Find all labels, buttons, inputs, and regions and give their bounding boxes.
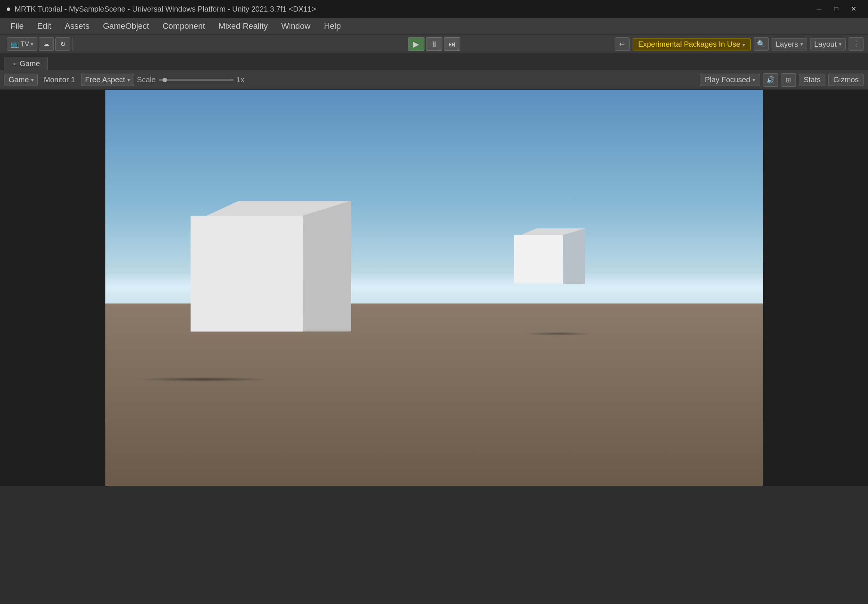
layers-chevron-icon: ▾ (800, 41, 803, 47)
layout-chevron-icon: ▾ (839, 41, 842, 47)
toolbar-right: ↩ Experimental Packages In Use ▾ 🔍 Layer… (615, 37, 863, 51)
cloud-button[interactable]: ☁ (39, 37, 54, 51)
undo-history-button[interactable]: ↩ (615, 37, 629, 51)
gizmos-label: Gizmos (833, 76, 859, 84)
game-view-chevron-icon: ▾ (31, 77, 34, 83)
scale-area: Scale 1x (137, 76, 244, 84)
menu-file[interactable]: File (5, 19, 29, 33)
tv-button[interactable]: 📺 TV ▾ (7, 37, 37, 51)
game-tab[interactable]: ∞ Game (5, 57, 48, 70)
menu-mixed-reality[interactable]: Mixed Reality (212, 19, 274, 33)
cube-small-3d (514, 228, 585, 288)
app-icon: ● (6, 4, 11, 14)
menu-window[interactable]: Window (275, 19, 316, 33)
cube-small-front-face (514, 235, 563, 284)
more-icon: ⋮ (852, 40, 859, 48)
menu-help[interactable]: Help (318, 19, 347, 33)
game-tab-label: Game (19, 59, 40, 68)
menubar: File Edit Assets GameObject Component Mi… (0, 18, 868, 34)
cube-large (191, 201, 351, 339)
tool-group-left: 📺 TV ▾ ☁ ↻ (5, 37, 73, 51)
play-focused-label: Play Focused (705, 76, 750, 84)
titlebar: ● MRTK Tutorial - MySampleScene - Univer… (0, 0, 868, 18)
tv-icon: 📺 (11, 40, 19, 48)
cube-large-shadow (138, 377, 269, 382)
sound-toggle-button[interactable]: 🔊 (763, 73, 778, 87)
cube-small-shadow (525, 332, 592, 335)
cube-large-front-face (191, 216, 303, 332)
scale-slider[interactable] (159, 79, 234, 81)
search-button[interactable]: 🔍 (754, 37, 769, 51)
layers-label: Layers (776, 40, 798, 48)
menu-gameobject[interactable]: GameObject (97, 19, 155, 33)
scale-label: Scale (137, 76, 156, 84)
menu-edit[interactable]: Edit (31, 19, 57, 33)
play-controls: ▶ ⏸ ⏭ (408, 37, 460, 51)
cube-large-right-face (303, 201, 351, 332)
main-toolbar: 📺 TV ▾ ☁ ↻ ▶ ⏸ ⏭ ↩ Experimental Packages… (0, 34, 868, 54)
layout-label: Layout (814, 40, 837, 48)
game-view-dropdown[interactable]: Game ▾ (5, 74, 38, 86)
monitor-label: Monitor 1 (41, 76, 78, 84)
minimize-button[interactable]: ─ (811, 0, 828, 18)
exp-chevron-icon: ▾ (742, 42, 745, 48)
search-icon: 🔍 (757, 40, 765, 48)
experimental-packages-button[interactable]: Experimental Packages In Use ▾ (632, 38, 751, 50)
experimental-packages-label: Experimental Packages In Use (638, 40, 740, 48)
cube-small (514, 228, 585, 288)
gizmos-button[interactable]: Gizmos (828, 74, 863, 86)
tabs-bar: ∞ Game (0, 54, 868, 70)
undo-icon: ↩ (619, 40, 625, 48)
play-focused-button[interactable]: Play Focused ▾ (700, 74, 760, 86)
stats-button[interactable]: Stats (799, 74, 826, 86)
aspect-icon: ⊞ (786, 76, 791, 84)
tv-label: TV (20, 40, 29, 48)
layout-dropdown[interactable]: Layout ▾ (810, 38, 846, 50)
titlebar-title: MRTK Tutorial - MySampleScene - Universa… (15, 5, 316, 14)
cube-small-right-face (563, 228, 585, 284)
pause-button[interactable]: ⏸ (426, 37, 442, 51)
play-button[interactable]: ▶ (408, 37, 425, 51)
aspect-button[interactable]: ⊞ (781, 73, 796, 87)
game-view-label: Game (9, 76, 29, 84)
refresh-icon: ↻ (60, 40, 66, 48)
tv-chevron-icon: ▾ (31, 41, 33, 47)
game-tab-icon: ∞ (12, 61, 16, 67)
more-options-button[interactable]: ⋮ (849, 37, 863, 51)
game-toolbar-right: Play Focused ▾ 🔊 ⊞ Stats Gizmos (700, 73, 863, 87)
step-icon: ⏭ (448, 40, 456, 48)
free-aspect-dropdown[interactable]: Free Aspect ▾ (81, 74, 134, 86)
step-button[interactable]: ⏭ (444, 37, 460, 51)
close-button[interactable]: ✕ (845, 0, 862, 18)
titlebar-left: ● MRTK Tutorial - MySampleScene - Univer… (6, 4, 316, 14)
scale-value: 1x (237, 76, 244, 84)
cloud-icon: ☁ (43, 40, 50, 48)
sound-icon: 🔊 (766, 76, 775, 84)
menu-assets[interactable]: Assets (59, 19, 95, 33)
free-aspect-label: Free Aspect (85, 76, 125, 84)
play-icon: ▶ (413, 40, 419, 48)
pause-icon: ⏸ (431, 40, 438, 48)
play-focused-chevron-icon: ▾ (753, 77, 755, 83)
free-aspect-chevron-icon: ▾ (127, 77, 130, 83)
game-canvas (105, 90, 763, 486)
maximize-button[interactable]: □ (828, 0, 845, 18)
refresh-button[interactable]: ↻ (55, 37, 70, 51)
game-area (0, 90, 868, 486)
game-toolbar: Game ▾ Monitor 1 Free Aspect ▾ Scale 1x … (0, 70, 868, 90)
menu-component[interactable]: Component (157, 19, 211, 33)
titlebar-controls: ─ □ ✕ (811, 0, 862, 18)
scale-knob[interactable] (163, 78, 167, 82)
layers-dropdown[interactable]: Layers ▾ (772, 38, 807, 50)
cube-large-3d (191, 201, 351, 339)
stats-label: Stats (804, 76, 821, 84)
